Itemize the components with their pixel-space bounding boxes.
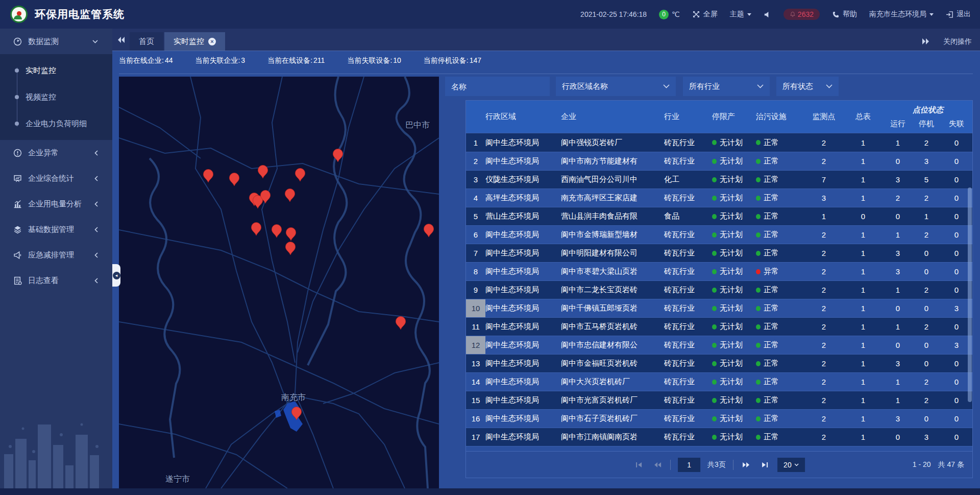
cell-halt-count: 2 [912, 194, 941, 202]
app-logo [10, 6, 28, 23]
table-row[interactable]: 5 营山生态环境局 营山县润丰肉食品有限 食品 无计划 正常 1 0 0 1 0 [466, 207, 972, 225]
map-pin-icon[interactable] [286, 227, 296, 241]
page-size-select[interactable]: 20 [777, 458, 805, 472]
map-roads [119, 77, 439, 488]
help-button[interactable]: 帮助 [832, 10, 857, 19]
cityscape-watermark [0, 398, 107, 495]
status-dot-green [712, 232, 717, 238]
status-dot [756, 251, 761, 256]
notification-badge[interactable]: 2632 [783, 9, 820, 20]
table-row[interactable]: 2 阆中生态环境局 阆中市南方节能建材有 砖瓦行业 无计划 正常 2 1 0 3… [466, 152, 972, 170]
tab-close-icon[interactable]: × [208, 38, 216, 45]
sidebar-item-log-view[interactable]: 日志查看 [0, 268, 112, 293]
stat-online-enterprises: 当前在线企业:44 [119, 56, 173, 65]
tabs-scroll-left-button[interactable] [112, 31, 130, 49]
table-row[interactable]: 6 阆中生态环境局 阆中市金博瑞新型墙材 砖瓦行业 无计划 正常 2 1 1 2… [466, 225, 972, 244]
map-pin-icon[interactable] [272, 224, 281, 238]
stat-stopped-devices: 当前停机设备:147 [424, 56, 481, 65]
temperature-unit: ℃ [672, 10, 680, 18]
table-row[interactable]: 8 阆中生态环境局 阆中市枣碧大梁山页岩 砖瓦行业 无计划 异常 2 1 3 0… [466, 262, 972, 280]
cell-run-count: 1 [884, 138, 912, 147]
map-pin-icon[interactable] [258, 165, 267, 178]
map-pin-icon[interactable] [251, 222, 261, 235]
table-row[interactable]: 7 阆中生态环境局 阆中明阳建材有限公司 砖瓦行业 无计划 正常 2 1 3 0… [466, 244, 972, 262]
cell-company: 阆中市南方节能建材有 [561, 156, 664, 166]
cell-facility-status: 正常 [756, 377, 805, 387]
pagination-divider [733, 460, 733, 470]
cell-industry: 砖瓦行业 [664, 432, 712, 442]
sidebar-item-base-data-management[interactable]: 基础数据管理 [0, 217, 112, 242]
sidebar-item-realtime-monitor[interactable]: 实时监控 [0, 57, 112, 84]
map-pin-icon[interactable] [285, 188, 295, 202]
close-operations-button[interactable]: 关闭操作 [943, 37, 972, 46]
last-page-button[interactable] [759, 459, 770, 470]
first-page-button[interactable] [633, 459, 645, 470]
row-number: 18 [466, 446, 485, 451]
tab-home[interactable]: 首页 [130, 32, 163, 51]
col-industry: 行业 [664, 112, 712, 122]
col-company: 企业 [561, 112, 664, 122]
table-row[interactable]: 12 阆中生态环境局 阆中市忠信建材有限公 砖瓦行业 无计划 正常 2 1 0 … [466, 336, 972, 354]
table-scrollbar[interactable] [968, 187, 972, 402]
fullscreen-button[interactable]: 全屏 [692, 10, 718, 19]
sidebar-item-emergency-reduction[interactable]: 应急减排管理 [0, 242, 112, 268]
map-pin-icon[interactable] [285, 242, 295, 255]
page-number-input[interactable]: 1 [678, 458, 700, 472]
row-number: 1 [466, 133, 485, 152]
table-row[interactable]: 15 阆中生态环境局 阆中市光富页岩机砖厂 砖瓦行业 无计划 正常 2 1 1 … [466, 391, 972, 409]
map-pin-icon[interactable] [295, 168, 305, 181]
sidebar-item-video-monitor[interactable]: 视频监控 [0, 84, 112, 110]
next-page-button[interactable] [741, 459, 752, 470]
table-row[interactable]: 17 阆中生态环境局 阆中市江南镇阆南页岩 砖瓦行业 无计划 正常 2 1 0 … [466, 428, 972, 446]
map-panel[interactable]: 巴中市 南充市 遂宁市 [119, 77, 439, 488]
exit-button[interactable]: 退出 [946, 10, 971, 19]
table-row[interactable]: 11 阆中生态环境局 阆中市五马桥页岩机砖 砖瓦行业 无计划 正常 2 1 1 … [466, 317, 972, 336]
region-select[interactable]: 行政区域名称 [556, 77, 676, 96]
table-row[interactable]: 10 阆中生态环境局 阆中千佛镇五郎垭页岩 砖瓦行业 无计划 正常 2 1 0 … [466, 299, 972, 317]
cell-stop-status: 无计划 [712, 377, 756, 387]
status-dot-green [712, 398, 717, 403]
mute-button[interactable] [764, 11, 771, 18]
table-row[interactable]: 16 阆中生态环境局 阆中市石子页岩机砖厂 砖瓦行业 无计划 正常 2 1 3 … [466, 409, 972, 428]
sidebar-item-enterprise-statistics[interactable]: 企业综合统计 [0, 166, 112, 191]
industry-select[interactable]: 所有行业 [683, 77, 770, 96]
sidebar-item-power-usage-analysis[interactable]: 企业用电量分析 [0, 191, 112, 217]
cell-industry: 砖瓦行业 [664, 156, 712, 166]
table-row[interactable]: 1 阆中生态环境局 阆中强锐页岩砖厂 砖瓦行业 无计划 正常 2 1 1 2 0 [466, 133, 972, 152]
cell-company: 阆中市石子页岩机砖厂 [561, 414, 664, 423]
cell-monitor-count: 2 [805, 249, 843, 257]
map-pin-icon[interactable] [229, 173, 239, 186]
sidebar-item-data-monitoring[interactable]: 数据监测 [0, 29, 112, 54]
sidebar-collapse-handle[interactable]: ◂ [112, 264, 120, 287]
prev-page-button[interactable] [652, 459, 663, 470]
table-row[interactable]: 18 南部生态环境局 南部县建华水泥有限公 建材加工 无计划 正常 6 0 0 … [466, 446, 972, 451]
status-dot-green [712, 435, 717, 440]
theme-menu[interactable]: 主题 [730, 10, 751, 19]
cell-halt-count: 5 [912, 175, 941, 184]
layers-icon [13, 225, 22, 234]
cell-company: 西南油气田分公司川中 [561, 175, 664, 184]
table-row[interactable]: 9 阆中生态环境局 阆中市二龙长宝页岩砖 砖瓦行业 无计划 正常 2 1 1 2… [466, 280, 972, 299]
map-pin-icon[interactable] [203, 169, 213, 182]
status-dot [756, 232, 761, 238]
cell-run-count: 2 [884, 194, 912, 202]
map-pin-icon[interactable] [396, 316, 405, 329]
cell-region: 阆中生态环境局 [485, 359, 561, 368]
table-row[interactable]: 13 阆中生态环境局 阆中市金福旺页岩机砖 砖瓦行业 无计划 正常 2 1 3 … [466, 354, 972, 372]
map-pin-icon[interactable] [424, 224, 433, 237]
status-select[interactable]: 所有状态 [776, 77, 839, 96]
row-number: 16 [466, 410, 485, 428]
status-dot-green [712, 214, 717, 219]
user-menu[interactable]: 南充市生态环境局 [869, 10, 934, 19]
tab-realtime-monitor[interactable]: 实时监控 × [164, 32, 225, 51]
table-row[interactable]: 14 阆中生态环境局 阆中大兴页岩机砖厂 砖瓦行业 无计划 正常 2 1 1 2… [466, 372, 972, 391]
table-row[interactable]: 3 仪陇生态环境局 西南油气田分公司川中 化工 无计划 正常 7 1 3 5 0 [466, 170, 972, 188]
tabs-scroll-right-button[interactable] [922, 38, 930, 46]
status-dot-green [712, 306, 717, 311]
table-row[interactable]: 4 高坪生态环境局 南充市高坪区王家店建 砖瓦行业 无计划 正常 3 1 2 2… [466, 188, 972, 207]
cell-lost-count: 0 [941, 414, 972, 423]
cell-halt-count: 2 [912, 138, 941, 147]
sidebar-item-enterprise-abnormal[interactable]: 企业异常 [0, 140, 112, 166]
name-search-input[interactable] [445, 77, 550, 96]
sidebar-item-power-load-detail[interactable]: 企业电力负荷明细 [0, 110, 112, 137]
